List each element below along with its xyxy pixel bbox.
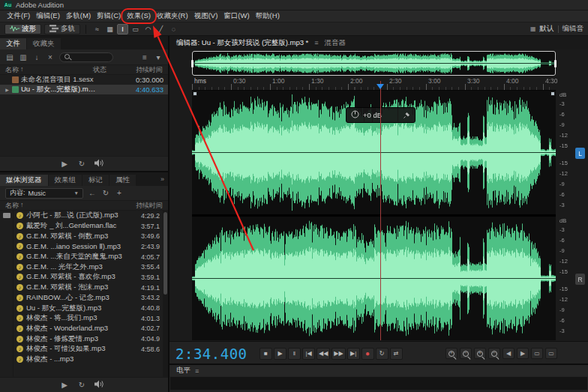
move-cti-previous-button[interactable]: |◀ bbox=[302, 348, 315, 360]
column-duration-header[interactable]: 持续时间 bbox=[124, 65, 163, 75]
zoom-in-vertical-button[interactable]: + bbox=[474, 348, 486, 359]
new-file-icon[interactable]: ▤ bbox=[5, 53, 14, 61]
files-more-icon[interactable]: ▾ bbox=[154, 53, 163, 61]
show-waveform-button[interactable]: ≈ bbox=[92, 24, 103, 34]
open-file-icon[interactable]: ▥ bbox=[19, 53, 28, 61]
range-handle-right[interactable] bbox=[554, 60, 556, 67]
workspace-default-label[interactable]: 默认 bbox=[540, 24, 554, 34]
play-button[interactable]: ▶ bbox=[274, 348, 286, 360]
fade-out-handle[interactable] bbox=[550, 91, 555, 96]
add-shortcut-icon[interactable]: + bbox=[115, 189, 124, 197]
refresh-icon[interactable]: ↻ bbox=[101, 189, 110, 197]
preview-play-button[interactable]: ▶ bbox=[60, 160, 69, 168]
tab-files[interactable]: 文件 bbox=[0, 38, 26, 49]
mixer-tab[interactable]: 混音器 bbox=[325, 38, 346, 48]
pause-button[interactable]: ‖ bbox=[288, 348, 301, 360]
playhead-line[interactable] bbox=[380, 81, 381, 340]
spot-healing-brush-tool[interactable]: ◌ bbox=[168, 24, 179, 34]
tab-media-browser[interactable]: 媒体浏览器 bbox=[0, 175, 48, 186]
drive-icon[interactable] bbox=[3, 213, 10, 218]
editor-tab[interactable]: 编辑器: Uu - 那女孩对我说 (完整版).mp3 * bbox=[176, 38, 308, 48]
menu-item-multitrack[interactable]: 多轨(M) bbox=[63, 11, 94, 21]
workspace-switcher[interactable]: ▦ 默认 编辑音 bbox=[530, 24, 584, 34]
menu-item-help[interactable]: 帮助(H) bbox=[253, 11, 283, 21]
menu-item-effects[interactable]: 效果(S) bbox=[124, 11, 154, 21]
preview-play-button[interactable]: ▶ bbox=[60, 381, 69, 389]
media-row[interactable]: ♪林俊杰 - 将...我们.mp34:01.3 bbox=[14, 313, 163, 324]
media-row[interactable]: ♪小阿七 - 那...说 (正式版).mp34:29.2 bbox=[14, 211, 163, 221]
column-status-header[interactable]: 状态 bbox=[93, 65, 122, 75]
zoom-out-button[interactable]: − bbox=[460, 348, 472, 359]
levels-header[interactable]: 电平 ≡ bbox=[170, 365, 588, 376]
paintbrush-tool[interactable]: ╱ bbox=[155, 24, 166, 34]
workspace-edit-audio-label[interactable]: 编辑音 bbox=[562, 24, 584, 34]
media-column-duration-header[interactable]: 持续时间 bbox=[124, 201, 163, 211]
zoom-navigator[interactable] bbox=[192, 51, 556, 76]
marquee-selection-tool[interactable]: ▭ bbox=[130, 24, 141, 34]
column-name-header[interactable]: 名称↑ bbox=[5, 65, 91, 75]
rewind-button[interactable]: ◀◀ bbox=[316, 348, 330, 360]
multitrack-mode-button[interactable]: 多轨 bbox=[44, 24, 80, 34]
range-frame[interactable] bbox=[192, 51, 556, 76]
import-file-icon[interactable]: ↓ bbox=[32, 53, 41, 61]
content-dropdown[interactable]: 内容: Music ▼ bbox=[5, 188, 83, 199]
media-row[interactable]: ♪林俊杰 - Wonderland.mp34:02.7 bbox=[14, 324, 163, 334]
levels-panel-menu-icon[interactable]: ≡ bbox=[195, 367, 199, 375]
gain-value[interactable]: +0 dB bbox=[363, 111, 382, 119]
waveform-mode-button[interactable]: 波形 bbox=[4, 24, 41, 34]
pin-icon[interactable] bbox=[404, 112, 410, 118]
channel-right-badge[interactable]: R bbox=[575, 274, 585, 285]
menu-item-window[interactable]: 窗口(W) bbox=[220, 11, 252, 21]
preview-volume-button[interactable] bbox=[94, 380, 104, 390]
more-panels-icon[interactable]: » bbox=[157, 175, 168, 183]
menu-item-favorites[interactable]: 收藏夹(R) bbox=[154, 11, 191, 21]
tab-markers[interactable]: 标记 bbox=[82, 175, 109, 186]
media-row[interactable]: ♪林俊杰 - ...mp3 bbox=[14, 355, 163, 365]
preview-volume-button[interactable] bbox=[94, 159, 104, 169]
zoom-in-point-button[interactable]: ◀ bbox=[502, 348, 514, 359]
show-spectral-button[interactable]: ▦ bbox=[104, 24, 116, 34]
range-handle-left[interactable] bbox=[191, 60, 194, 67]
menu-item-clip[interactable]: 剪辑(C) bbox=[94, 11, 124, 21]
file-row[interactable]: ▶Uu - 那女...完整版).mp3 *4:40.633 bbox=[0, 85, 168, 94]
preview-loop-button[interactable]: ↻ bbox=[77, 381, 86, 389]
media-row[interactable]: ♪G.E.M. ...来自天堂的魔鬼.mp34:05.7 bbox=[14, 252, 163, 262]
record-button[interactable]: ● bbox=[362, 348, 374, 360]
skip-selection-button[interactable]: ⇄ bbox=[390, 348, 403, 360]
loop-playback-button[interactable]: ↻ bbox=[376, 348, 388, 360]
media-row[interactable]: ♪RAINBOW...心 - 记念.mp33:43.2 bbox=[14, 293, 163, 304]
zoom-full-button[interactable]: ▭ bbox=[545, 348, 557, 359]
file-row[interactable]: 未命名混音项目 1.sesx0:30.000 bbox=[0, 75, 168, 85]
tab-favorites[interactable]: 收藏夹 bbox=[27, 38, 61, 49]
playhead-handle[interactable] bbox=[376, 84, 384, 89]
timeline-ruler[interactable]: hms 0:301:001:302:002:303:003:304:004:30 bbox=[192, 77, 556, 91]
tab-properties[interactable]: 属性 bbox=[110, 175, 136, 186]
zoom-in-button[interactable]: + bbox=[446, 348, 458, 359]
waveform-channel-right[interactable] bbox=[192, 217, 556, 340]
channel-left-badge[interactable]: L bbox=[575, 148, 585, 159]
time-display[interactable]: 2:34.400 bbox=[176, 346, 260, 362]
media-row[interactable]: ♪G.E.M. ...iano Session Ⅱ).mp32:43.9 bbox=[14, 241, 163, 252]
search-input[interactable] bbox=[59, 52, 113, 62]
media-row[interactable]: ♪G.E.M. 邓紫棋 - 倒数.mp33:49.6 bbox=[14, 231, 163, 241]
close-file-icon[interactable]: × bbox=[46, 53, 55, 61]
gain-knob-icon[interactable] bbox=[351, 110, 359, 120]
media-row[interactable]: ♪G.E.M. ... 光年之外.mp33:55.4 bbox=[14, 262, 163, 272]
media-row[interactable]: ♪林俊杰 - 修炼爱情.mp34:04.9 bbox=[14, 334, 163, 344]
menu-item-view[interactable]: 视图(V) bbox=[191, 11, 221, 21]
back-icon[interactable]: ← bbox=[88, 189, 97, 197]
stop-button[interactable]: ■ bbox=[260, 348, 272, 360]
menu-item-file[interactable]: 文件(F) bbox=[4, 11, 33, 21]
lasso-selection-tool[interactable]: ◠ bbox=[142, 24, 154, 34]
media-scrollbar[interactable] bbox=[163, 211, 168, 377]
media-row[interactable]: ♪戴爱玲 _ 刘...Gentleman.flac3:57.1 bbox=[14, 221, 163, 232]
media-row[interactable]: ♪林俊杰 - 可惜没如果.mp34:58.6 bbox=[14, 344, 163, 355]
scrollbar-thumb[interactable] bbox=[164, 212, 167, 295]
media-row[interactable]: ♪G.E.M. 邓紫棋 - 喜欢你.mp33:59.1 bbox=[14, 272, 163, 283]
tab-effects-rack[interactable]: 效果组 bbox=[49, 175, 82, 186]
media-column-name-header[interactable]: 名称↑ bbox=[5, 201, 122, 211]
waveform-display[interactable]: +0 dB bbox=[192, 91, 556, 340]
zoom-selection-button[interactable]: ▭ bbox=[531, 348, 543, 359]
zoom-out-vertical-button[interactable]: − bbox=[488, 348, 500, 359]
preview-loop-button[interactable]: ↻ bbox=[77, 160, 86, 168]
